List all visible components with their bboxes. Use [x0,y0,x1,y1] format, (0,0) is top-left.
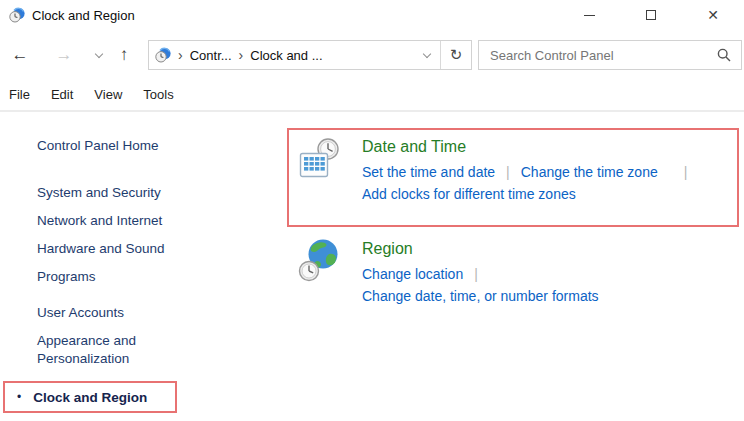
task-separator: | [506,161,510,183]
window-controls: ✕ [558,0,744,30]
region-section: Region Change location | Change date, ti… [362,240,599,307]
menu-bar: File Edit View Tools [0,83,744,105]
maximize-button[interactable] [620,0,682,30]
back-button[interactable]: ← [6,38,34,72]
chevron-down-icon [95,49,103,57]
active-item-bullet: • [17,390,21,404]
link-change-date-time-or-number-formats[interactable]: Change date, time, or number formats [362,285,599,307]
link-set-the-time-and-date[interactable]: Set the time and date [362,161,495,183]
title-bar: Clock and Region ✕ [0,0,744,30]
task-separator: | [474,263,478,285]
maximize-icon [646,10,656,20]
menu-edit[interactable]: Edit [51,85,73,104]
search-input[interactable] [479,48,717,63]
navigation-bar: ← → ↑ › Contr... › Clock and ... ↻ [0,38,744,72]
clock-region-app-icon [9,7,25,23]
address-dropdown-button[interactable] [414,41,440,69]
search-box[interactable] [478,40,742,70]
sidebar-item-control-panel-home[interactable]: Control Panel Home [37,137,159,155]
minimize-icon [584,15,595,16]
sidebar-item-hardware-and-sound[interactable]: Hardware and Sound [37,240,165,258]
breadcrumb-control-panel[interactable]: Contr... [190,48,232,63]
breadcrumb-separator: › [178,47,183,63]
breadcrumb-clock-icon [155,47,171,63]
search-icon[interactable] [717,48,731,62]
task-separator: | [684,161,688,183]
menu-view[interactable]: View [94,85,122,104]
date-and-time-title[interactable]: Date and Time [362,138,698,156]
date-and-time-section: Date and Time Set the time and date | Ch… [362,138,698,205]
close-button[interactable]: ✕ [682,0,744,30]
breadcrumb-clock-and-region[interactable]: Clock and ... [250,48,322,63]
sidebar-item-clock-and-region[interactable]: Clock and Region [33,390,147,405]
refresh-button[interactable]: ↻ [441,41,471,69]
menu-divider [0,110,744,112]
annotation-box-sidebar: • Clock and Region [3,381,177,413]
region-title[interactable]: Region [362,240,599,258]
sidebar-item-network-and-internet[interactable]: Network and Internet [37,212,162,230]
window-title: Clock and Region [32,8,135,23]
sidebar-item-system-and-security[interactable]: System and Security [37,184,161,202]
breadcrumb-separator: › [239,47,244,63]
sidebar-item-user-accounts[interactable]: User Accounts [37,304,124,322]
sidebar-item-programs[interactable]: Programs [37,268,96,286]
menu-tools[interactable]: Tools [143,85,173,104]
forward-button[interactable]: → [50,38,78,72]
address-bar[interactable]: › Contr... › Clock and ... ↻ [148,40,472,70]
chevron-down-icon [423,49,431,57]
link-change-the-time-zone[interactable]: Change the time zone [521,161,658,183]
minimize-button[interactable] [558,0,620,30]
sidebar-item-appearance-and-personalization[interactable]: Appearance and Personalization [37,332,159,368]
recent-pages-dropdown[interactable] [90,38,108,72]
close-icon: ✕ [707,8,719,22]
up-button[interactable]: ↑ [110,38,138,72]
link-add-clocks-for-different-time-zones[interactable]: Add clocks for different time zones [362,183,576,205]
menu-file[interactable]: File [9,85,30,104]
link-change-location[interactable]: Change location [362,263,463,285]
region-icon[interactable] [298,237,344,285]
date-and-time-icon[interactable] [299,137,343,183]
